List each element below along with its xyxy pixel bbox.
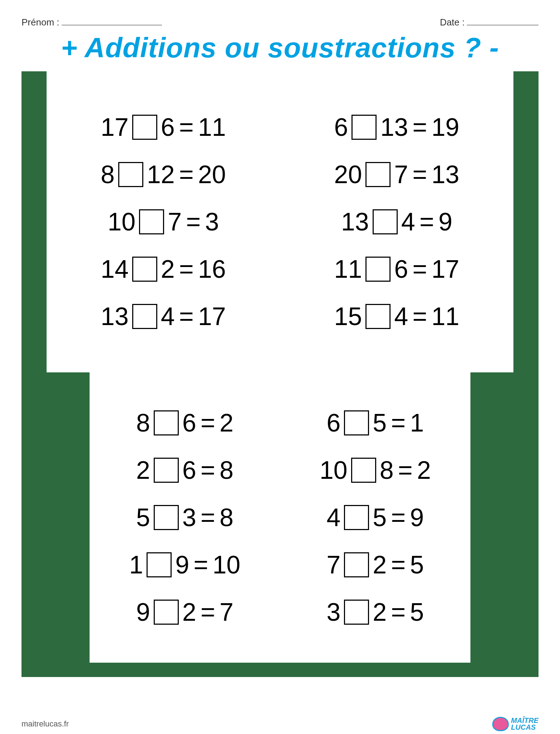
operand-b: 6: [182, 456, 196, 485]
operand-b: 12: [147, 160, 175, 189]
result: 2: [417, 456, 431, 485]
operator-box[interactable]: [365, 304, 391, 329]
equation: 45=9: [284, 503, 467, 532]
result: 3: [205, 208, 219, 236]
operand-a: 7: [326, 550, 340, 579]
operator-box[interactable]: [154, 505, 179, 530]
operator-box[interactable]: [365, 162, 391, 187]
operator-box[interactable]: [344, 552, 369, 577]
operand-b: 2: [373, 598, 387, 626]
result: 11: [198, 113, 226, 142]
equals-sign: =: [186, 208, 201, 236]
result: 17: [198, 302, 226, 331]
operand-b: 4: [394, 302, 408, 331]
operand-a: 8: [136, 409, 150, 437]
equals-sign: =: [391, 598, 406, 626]
operand-a: 2: [136, 456, 150, 485]
equals-sign: =: [179, 160, 194, 189]
equation: 134=17: [50, 302, 277, 331]
operator-box[interactable]: [344, 600, 369, 625]
equation: 613=19: [284, 113, 510, 142]
operand-b: 13: [380, 113, 408, 142]
equals-sign: =: [179, 302, 194, 331]
operand-b: 6: [394, 255, 408, 283]
equals-sign: =: [420, 208, 434, 236]
operand-b: 4: [161, 302, 175, 331]
equation: 72=5: [284, 550, 467, 579]
page-title: + Additions ou soustractions ? -: [21, 32, 539, 64]
operator-box[interactable]: [147, 552, 172, 577]
operand-a: 10: [320, 456, 348, 485]
operator-box[interactable]: [132, 304, 157, 329]
date-label: Date :: [440, 17, 465, 28]
logo: MAÎTRE LUCAS: [492, 717, 539, 731]
operand-b: 5: [373, 503, 387, 532]
operand-a: 8: [101, 160, 115, 189]
equation: 92=7: [93, 598, 277, 626]
equals-sign: =: [179, 113, 194, 142]
equals-sign: =: [201, 409, 215, 437]
equation: 154=11: [284, 302, 510, 331]
operand-a: 13: [101, 302, 129, 331]
operand-b: 2: [161, 255, 175, 283]
operand-b: 3: [182, 503, 196, 532]
operator-box[interactable]: [351, 458, 376, 483]
operator-box[interactable]: [154, 458, 179, 483]
name-field: Prénom :: [21, 14, 162, 28]
result: 19: [431, 113, 459, 142]
result: 9: [410, 503, 424, 532]
name-input-line[interactable]: [62, 14, 162, 25]
operator-box[interactable]: [344, 410, 369, 435]
equals-sign: =: [412, 113, 427, 142]
logo-line2: LUCAS: [511, 724, 539, 731]
result: 8: [220, 456, 234, 485]
equals-sign: =: [201, 456, 215, 485]
operand-a: 3: [326, 598, 340, 626]
equals-sign: =: [193, 550, 208, 579]
equation: 19=10: [93, 550, 277, 579]
equation: 65=1: [284, 409, 467, 437]
operator-box[interactable]: [351, 115, 377, 140]
operand-a: 13: [341, 208, 369, 236]
equation: 142=16: [50, 255, 277, 283]
result: 17: [431, 255, 459, 283]
result: 7: [220, 598, 234, 626]
operator-box[interactable]: [139, 209, 164, 234]
operand-b: 6: [161, 113, 175, 142]
equals-sign: =: [412, 255, 427, 283]
header-row: Prénom : Date :: [21, 14, 539, 28]
operator-box[interactable]: [344, 505, 369, 530]
equation: 107=3: [50, 208, 277, 236]
equals-sign: =: [201, 503, 215, 532]
operator-box[interactable]: [154, 600, 179, 625]
equals-sign: =: [412, 160, 427, 189]
result: 8: [220, 503, 234, 532]
equals-sign: =: [391, 503, 406, 532]
operand-b: 7: [394, 160, 408, 189]
operand-a: 11: [334, 255, 362, 283]
operator-box[interactable]: [132, 257, 157, 282]
operator-box[interactable]: [365, 257, 391, 282]
operand-a: 17: [101, 113, 129, 142]
background-panel: 176=11613=19812=20207=13107=3134=9142=16…: [21, 71, 539, 677]
brain-icon: [492, 717, 509, 731]
panel-bottom: 86=265=126=8108=253=845=919=1072=592=732…: [90, 372, 470, 663]
footer-url: maitrelucas.fr: [21, 719, 69, 729]
footer: maitrelucas.fr MAÎTRE LUCAS: [21, 717, 539, 731]
operand-b: 7: [168, 208, 182, 236]
operator-box[interactable]: [118, 162, 143, 187]
operator-box[interactable]: [132, 115, 157, 140]
equation: 108=2: [284, 456, 467, 485]
date-field: Date :: [440, 14, 539, 28]
operand-b: 2: [182, 598, 196, 626]
equation: 176=11: [50, 113, 277, 142]
date-input-line[interactable]: [467, 14, 539, 25]
operand-b: 8: [380, 456, 394, 485]
equation: 53=8: [93, 503, 277, 532]
result: 5: [410, 598, 424, 626]
operand-a: 4: [326, 503, 340, 532]
operator-box[interactable]: [373, 209, 398, 234]
equals-sign: =: [391, 409, 406, 437]
operand-a: 6: [326, 409, 340, 437]
operator-box[interactable]: [154, 410, 179, 435]
